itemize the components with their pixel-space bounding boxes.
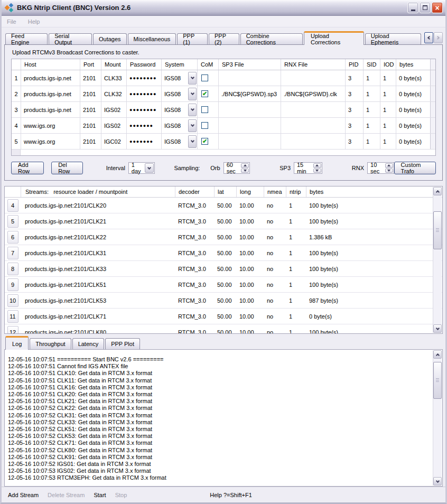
password-cell[interactable]: ●●●●●●● — [126, 118, 161, 133]
table-scroll-strip[interactable] — [430, 102, 435, 117]
sp3-file-cell[interactable] — [218, 70, 281, 86]
tab-ppp-plot[interactable]: PPP Plot — [105, 338, 140, 349]
password-cell[interactable]: ●●●●●●●● — [126, 70, 161, 86]
row-number-header[interactable]: 4 — [12, 118, 21, 133]
sid-cell[interactable]: 1 — [363, 70, 380, 86]
row-number-header[interactable]: 10 — [7, 294, 18, 307]
title-bar[interactable]: BKG Ntrip Client (BNC) Version 2.6 × — [2, 0, 445, 16]
port-cell[interactable]: 2101 — [80, 70, 101, 86]
iod-cell[interactable]: 1 — [380, 118, 396, 133]
system-dropdown-button[interactable] — [188, 119, 197, 132]
tab-ppp-2[interactable]: PPP (2) — [209, 33, 239, 44]
mount-cell[interactable]: CLK32 — [101, 86, 126, 101]
del-row-button[interactable]: Del Row — [51, 162, 83, 174]
row-number-header[interactable]: 2 — [12, 86, 21, 101]
add-stream-button[interactable]: Add Stream — [8, 492, 39, 498]
com-checkbox[interactable]: ✔ — [201, 90, 208, 97]
scrollbar-thumb[interactable] — [433, 362, 442, 399]
system-cell[interactable]: IGS08 — [161, 70, 197, 86]
rnx-file-cell[interactable] — [281, 134, 345, 149]
tab-feed-engine[interactable]: Feed Engine — [5, 33, 48, 44]
row-number-header[interactable]: 9 — [7, 278, 18, 291]
rnx-sampling-stepper[interactable]: 10 sec — [367, 162, 394, 174]
maximize-button[interactable] — [420, 2, 431, 13]
close-button[interactable]: × — [432, 2, 443, 13]
pid-cell[interactable]: 3 — [345, 102, 363, 117]
tab-outages[interactable]: Outages — [93, 33, 127, 44]
start-button[interactable]: Start — [94, 492, 106, 498]
rnx-file-cell[interactable] — [281, 102, 345, 117]
orb-sampling-stepper[interactable]: 60 sec — [224, 162, 250, 174]
spin-up-button[interactable] — [313, 163, 321, 168]
tab-scroll-left-button[interactable] — [424, 32, 433, 43]
com-checkbox[interactable]: ✔ — [201, 138, 208, 145]
pid-cell[interactable]: 3 — [345, 70, 363, 86]
sid-cell[interactable]: 1 — [363, 86, 380, 101]
scroll-down-button[interactable] — [433, 477, 442, 486]
host-cell[interactable]: products.igs-ip.net — [21, 70, 80, 86]
pid-cell[interactable]: 3 — [345, 118, 363, 133]
table-scroll-strip[interactable] — [430, 118, 435, 133]
system-cell[interactable]: IGS08 — [161, 102, 197, 117]
tab-ppp-1[interactable]: PPP (1) — [177, 33, 208, 44]
tab-miscellaneous[interactable]: Miscellaneous — [128, 33, 176, 44]
scroll-up-button[interactable] — [433, 187, 442, 195]
sp3-file-cell[interactable] — [218, 102, 281, 117]
menu-help[interactable]: Help — [28, 18, 40, 25]
com-checkbox[interactable]: ✔ — [201, 74, 208, 81]
rnx-file-cell[interactable] — [281, 70, 345, 86]
streams-scrollbar[interactable] — [433, 187, 442, 333]
interval-dropdown-button[interactable] — [145, 163, 154, 173]
custom-trafo-button[interactable]: Custom Trafo — [394, 162, 436, 174]
add-row-button[interactable]: Add Row — [11, 162, 44, 174]
iod-cell[interactable]: 1 — [380, 102, 396, 117]
system-dropdown-button[interactable] — [188, 88, 197, 100]
iod-cell[interactable]: 1 — [380, 86, 396, 101]
tab-upload-ephemeris[interactable]: Upload Ephemeris — [365, 33, 421, 44]
host-cell[interactable]: products.igs-ip.net — [21, 86, 80, 101]
row-number-header[interactable]: 8 — [7, 263, 18, 275]
mount-cell[interactable]: CLK33 — [101, 70, 126, 86]
row-number-header[interactable]: 1 — [12, 70, 21, 86]
log-scrollbar[interactable] — [433, 350, 442, 486]
sid-cell[interactable]: 1 — [363, 102, 380, 117]
tab-throughput[interactable]: Throughput — [30, 338, 71, 349]
password-cell[interactable]: ●●●●●●● — [126, 134, 161, 149]
row-number-header[interactable]: 3 — [12, 102, 21, 117]
com-checkbox[interactable]: ✔ — [201, 122, 208, 129]
menu-file[interactable]: File — [7, 18, 16, 25]
port-cell[interactable]: 2101 — [80, 102, 101, 117]
sp3-file-cell[interactable]: ./BNC${GPSWD}.sp3 — [218, 86, 281, 101]
row-number-header[interactable]: 12 — [7, 326, 18, 334]
spin-up-button[interactable] — [385, 163, 393, 168]
host-cell[interactable]: www.igs.org — [21, 134, 80, 149]
sid-cell[interactable]: 1 — [363, 118, 380, 133]
scroll-down-button[interactable] — [433, 324, 442, 333]
spin-down-button[interactable] — [313, 169, 321, 173]
pid-cell[interactable]: 3 — [345, 86, 363, 101]
tab-combine-corrections[interactable]: Combine Corrections — [240, 33, 303, 44]
spin-up-button[interactable] — [241, 163, 249, 168]
system-dropdown-button[interactable] — [188, 72, 197, 85]
spin-down-button[interactable] — [385, 169, 393, 173]
iod-cell[interactable]: 1 — [380, 134, 396, 149]
port-cell[interactable]: 2101 — [80, 86, 101, 101]
row-number-header[interactable]: 7 — [7, 247, 18, 259]
scroll-up-button[interactable] — [433, 350, 442, 359]
log-output[interactable]: 12-05-16 10:07:51 ========== Start BNC v… — [4, 349, 443, 487]
pid-cell[interactable]: 3 — [345, 134, 363, 149]
tab-log[interactable]: Log — [5, 336, 29, 350]
com-checkbox[interactable]: ✔ — [201, 106, 208, 113]
mount-cell[interactable]: IGC02 — [101, 134, 126, 149]
rnx-file-cell[interactable] — [281, 118, 345, 133]
iod-cell[interactable]: 1 — [380, 70, 396, 86]
row-number-header[interactable]: 5 — [7, 215, 18, 228]
delete-stream-button[interactable]: Delete Stream — [48, 492, 85, 498]
table-scroll-strip[interactable] — [430, 70, 435, 86]
tab-upload-corrections[interactable]: Upload Corrections — [304, 31, 364, 45]
table-scroll-strip[interactable] — [430, 86, 435, 101]
sp3-sampling-stepper[interactable]: 15 min — [294, 162, 322, 174]
system-dropdown-button[interactable] — [188, 135, 197, 148]
password-cell[interactable]: ●●●●●●●● — [126, 86, 161, 101]
row-number-header[interactable]: 5 — [12, 134, 21, 149]
